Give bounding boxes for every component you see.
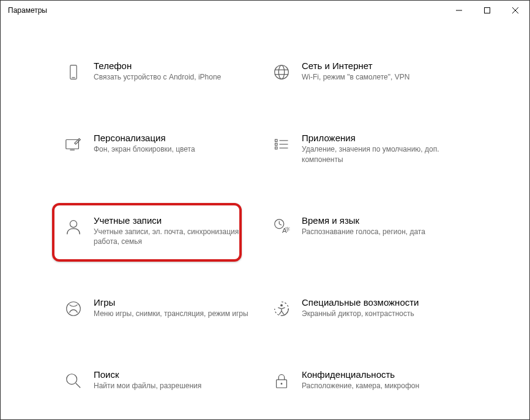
tile-phone[interactable]: Телефон Связать устройство с Android, iP…	[57, 57, 265, 86]
search-icon	[63, 370, 84, 391]
tile-title: Сеть и Интернет	[302, 61, 467, 71]
tile-desc: Фон, экран блокировки, цвета	[94, 144, 259, 155]
svg-rect-4	[70, 65, 77, 79]
svg-point-26	[67, 374, 77, 385]
tile-title: Специальные возможности	[302, 297, 467, 308]
svg-rect-1	[485, 8, 490, 13]
tile-text: Конфиденциальность Расположение, камера,…	[302, 369, 467, 391]
tile-title: Игры	[94, 297, 259, 308]
tile-text: Специальные возможности Экранный диктор,…	[302, 297, 467, 319]
apps-icon	[271, 134, 292, 155]
tile-search[interactable]: Поиск Найти мои файлы, разрешения	[57, 366, 265, 395]
svg-point-25	[280, 304, 283, 307]
tile-accessibility[interactable]: Специальные возможности Экранный диктор,…	[265, 293, 473, 323]
tile-desc: Распознавание голоса, регион, дата	[302, 227, 467, 237]
tile-text: Время и язык Распознавание голоса, регио…	[302, 215, 467, 237]
tile-desc: Wi-Fi, режим "в самолете", VPN	[302, 72, 467, 83]
svg-point-24	[67, 302, 81, 316]
svg-point-6	[275, 65, 289, 79]
tile-text: Игры Меню игры, снимки, трансляция, режи…	[94, 297, 259, 319]
window-title: Параметры	[8, 6, 47, 15]
tile-desc: Связать устройство с Android, iPhone	[94, 72, 259, 83]
phone-icon	[63, 62, 84, 83]
tile-title: Поиск	[94, 369, 259, 380]
accessibility-icon	[271, 298, 292, 319]
tile-desc: Удаление, значения по умолчанию, доп. ко…	[302, 144, 467, 165]
lock-icon	[271, 370, 292, 391]
svg-point-18	[70, 220, 77, 227]
tile-text: Персонализация Фон, экран блокировки, цв…	[94, 133, 259, 155]
svg-line-27	[76, 383, 81, 388]
tile-desc: Найти мои файлы, разрешения	[94, 381, 259, 391]
close-button[interactable]	[501, 1, 529, 20]
tile-text: Поиск Найти мои файлы, разрешения	[94, 369, 259, 391]
tile-title: Телефон	[94, 61, 259, 71]
xbox-icon	[63, 298, 84, 319]
tile-title: Приложения	[302, 133, 467, 143]
globe-icon	[271, 62, 292, 83]
tile-title: Учетные записи	[94, 215, 259, 226]
tile-desc: Меню игры, снимки, трансляция, режим игр…	[94, 309, 259, 319]
tile-desc: Экранный диктор, контрастность	[302, 309, 467, 319]
tile-text: Телефон Связать устройство с Android, iP…	[94, 61, 259, 83]
titlebar: Параметры	[1, 1, 529, 20]
tile-accounts[interactable]: Учетные записи Учетные записи, эл. почта…	[57, 212, 265, 251]
tile-gaming[interactable]: Игры Меню игры, снимки, трансляция, режи…	[57, 293, 265, 323]
window-controls	[445, 1, 529, 20]
maximize-button[interactable]	[473, 1, 501, 20]
tile-title: Конфиденциальность	[302, 369, 467, 380]
svg-point-7	[278, 65, 284, 79]
tile-text: Сеть и Интернет Wi-Fi, режим "в самолете…	[302, 61, 467, 83]
tile-apps[interactable]: Приложения Удаление, значения по умолчан…	[265, 129, 473, 169]
svg-text:字: 字	[285, 226, 290, 232]
tile-text: Учетные записи Учетные записи, эл. почта…	[94, 215, 259, 248]
person-icon	[63, 216, 84, 237]
svg-line-21	[279, 224, 282, 225]
tile-desc: Учетные записи, эл. почта, синхронизация…	[94, 227, 259, 248]
time-language-icon: A字	[271, 216, 292, 237]
tile-network[interactable]: Сеть и Интернет Wi-Fi, режим "в самолете…	[265, 57, 473, 86]
svg-rect-13	[275, 143, 278, 146]
tile-title: Время и язык	[302, 215, 467, 226]
minimize-button[interactable]	[445, 1, 473, 20]
svg-rect-12	[275, 139, 278, 142]
tile-privacy[interactable]: Конфиденциальность Расположение, камера,…	[265, 366, 473, 395]
personalization-icon	[63, 134, 84, 155]
svg-rect-14	[275, 147, 278, 149]
svg-point-29	[281, 383, 283, 385]
tile-time-language[interactable]: A字 Время и язык Распознавание голоса, ре…	[265, 212, 473, 251]
tile-text: Приложения Удаление, значения по умолчан…	[302, 133, 467, 165]
tile-personalization[interactable]: Персонализация Фон, экран блокировки, цв…	[57, 129, 265, 169]
settings-grid: Телефон Связать устройство с Android, iP…	[57, 20, 473, 395]
tile-desc: Расположение, камера, микрофон	[302, 381, 467, 391]
tile-title: Персонализация	[94, 133, 259, 143]
